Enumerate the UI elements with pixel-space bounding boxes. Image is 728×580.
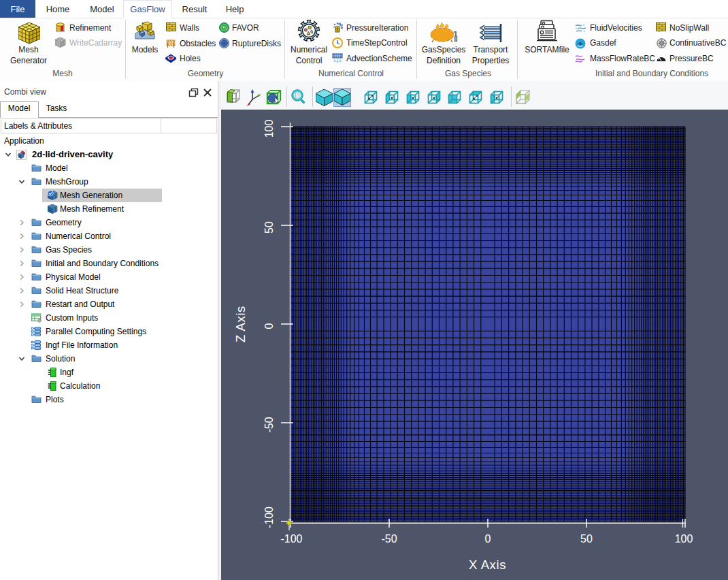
svg-text:Z Axis: Z Axis	[233, 306, 248, 342]
svg-text:-50: -50	[381, 533, 397, 545]
svg-text:-100: -100	[280, 533, 302, 545]
svg-text:100: 100	[675, 533, 693, 545]
svg-text:100: 100	[263, 120, 275, 138]
svg-text:50: 50	[263, 221, 275, 233]
svg-text:X Axis: X Axis	[469, 558, 506, 572]
svg-text:0: 0	[263, 323, 275, 329]
svg-text:-100: -100	[263, 506, 275, 528]
svg-text:50: 50	[580, 533, 593, 545]
svg-text:-50: -50	[263, 417, 275, 432]
svg-text:0: 0	[485, 533, 491, 545]
